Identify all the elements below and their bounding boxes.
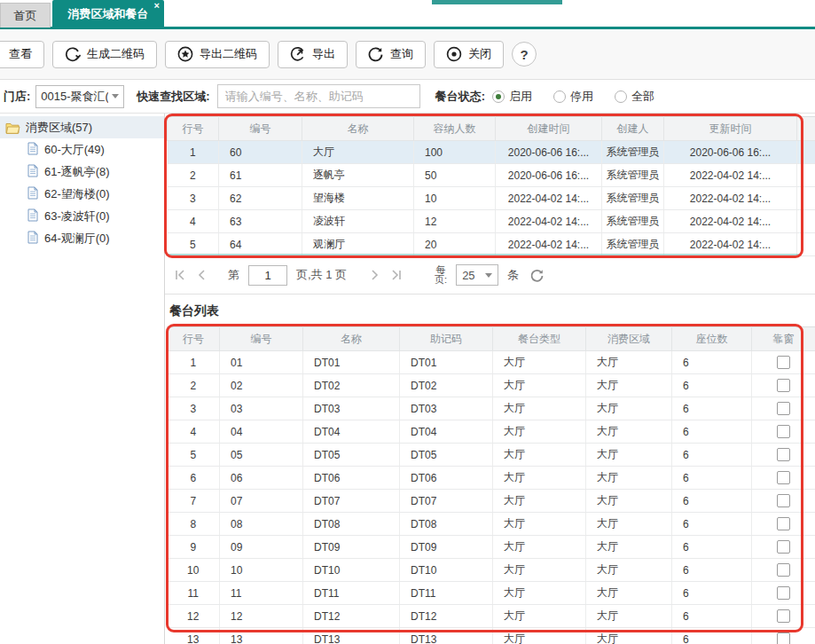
last-page-button[interactable] bbox=[389, 269, 403, 281]
table-cell: 大厅 bbox=[302, 141, 414, 164]
table-row[interactable]: 160大厅1002020-06-06 16:...系统管理员2020-06-06… bbox=[168, 141, 815, 164]
tab-consumption-area[interactable]: 消费区域和餐台× bbox=[52, 0, 164, 27]
table-row[interactable]: 463凌波轩122022-04-02 14:...系统管理员2022-04-02… bbox=[168, 210, 815, 233]
table-cell: 望海楼 bbox=[302, 187, 414, 210]
query-button[interactable]: 查询 bbox=[356, 41, 426, 68]
chevron-down-icon bbox=[485, 273, 492, 278]
table-row[interactable]: 606DT06DT06大厅大厅6 bbox=[168, 467, 815, 490]
table-cell: 9 bbox=[168, 536, 220, 559]
radio-button-icon bbox=[492, 90, 505, 103]
status-radio-2[interactable]: 全部 bbox=[615, 89, 654, 105]
column-header: 编号 bbox=[219, 117, 302, 141]
filter-bar: 门店: 0015-聚食汇( 快速查找区域: 餐台状态: 启用停用全部 bbox=[0, 80, 815, 114]
table-row[interactable]: 808DT08DT08大厅大厅6 bbox=[168, 513, 815, 536]
table-row[interactable]: 1212DT12DT12大厅大厅6 bbox=[168, 605, 815, 628]
table-cell-window bbox=[752, 605, 815, 628]
table-cell: 10 bbox=[220, 559, 303, 582]
table-row[interactable]: 1313DT13DT13大厅大厅6 bbox=[168, 628, 815, 644]
table-cell: 2022-04-02 14:... bbox=[664, 210, 797, 233]
window-checkbox[interactable] bbox=[777, 563, 790, 577]
table-row[interactable]: 1010DT10DT10大厅大厅6 bbox=[168, 559, 815, 582]
page-total-label: 页,共 1 页 bbox=[296, 267, 347, 283]
prev-page-button[interactable] bbox=[196, 269, 207, 281]
table-cell: 大厅 bbox=[586, 467, 672, 490]
page-number-input[interactable] bbox=[248, 265, 287, 286]
table-row[interactable]: 707DT07DT07大厅大厅6 bbox=[168, 490, 815, 513]
table-cell: 6 bbox=[672, 374, 752, 397]
per-page-select[interactable]: 25 bbox=[456, 264, 498, 286]
table-cell: DT13 bbox=[400, 628, 493, 644]
pager-refresh-button[interactable] bbox=[529, 268, 545, 283]
store-select[interactable]: 0015-聚食汇( bbox=[35, 85, 124, 108]
table-cell: 大厅 bbox=[586, 628, 672, 644]
generate-qrcode-button[interactable]: 生成二维码 bbox=[52, 41, 157, 68]
table-row[interactable]: 909DT09DT09大厅大厅6 bbox=[168, 536, 815, 559]
table-cell-window bbox=[752, 559, 815, 582]
window-checkbox[interactable] bbox=[777, 632, 790, 644]
tree-root-consumption-area[interactable]: 消费区域(57) bbox=[0, 116, 164, 138]
tab-label: 消费区域和餐台 bbox=[68, 6, 149, 22]
window-checkbox[interactable] bbox=[777, 540, 790, 554]
table-status-radio-group: 启用停用全部 bbox=[492, 89, 654, 105]
table-cell: 6 bbox=[672, 559, 752, 582]
table-cell: DT05 bbox=[303, 444, 400, 467]
table-cell: 大厅 bbox=[586, 397, 672, 420]
table-cell: 11 bbox=[168, 582, 220, 605]
document-icon bbox=[27, 142, 39, 158]
first-page-button[interactable] bbox=[174, 269, 187, 281]
table-cell: DT01 bbox=[400, 351, 493, 374]
table-cell: 大厅 bbox=[493, 582, 586, 605]
window-checkbox[interactable] bbox=[777, 586, 790, 600]
table-row[interactable]: 101DT01DT01大厅大厅6 bbox=[168, 351, 815, 374]
table-row[interactable]: 404DT04DT04大厅大厅6 bbox=[168, 420, 815, 444]
window-checkbox[interactable] bbox=[777, 448, 790, 461]
table-status-label: 餐台状态: bbox=[435, 89, 485, 105]
window-checkbox[interactable] bbox=[777, 494, 790, 507]
table-row[interactable]: 303DT03DT03大厅大厅6 bbox=[168, 397, 815, 420]
window-checkbox[interactable] bbox=[777, 517, 790, 530]
table-cell: 08 bbox=[220, 513, 303, 536]
tree-item-2[interactable]: 62-望海楼(0) bbox=[0, 183, 164, 205]
window-checkbox[interactable] bbox=[777, 356, 790, 369]
next-page-button[interactable] bbox=[370, 269, 380, 281]
export-qrcode-button[interactable]: 导出二维码 bbox=[165, 41, 270, 68]
table-cell: DT05 bbox=[400, 444, 493, 467]
table-cell: 2020-06-06 16:... bbox=[664, 141, 797, 164]
tab-home[interactable]: 首页 bbox=[0, 3, 51, 27]
export-icon bbox=[290, 46, 306, 62]
close-button[interactable]: 关闭 bbox=[434, 41, 504, 68]
table-row[interactable]: 505DT05DT05大厅大厅6 bbox=[168, 444, 815, 467]
table-row[interactable]: 261逐帆亭502020-06-06 16:...系统管理员2022-04-02… bbox=[168, 164, 815, 187]
table-cell: 大厅 bbox=[493, 605, 586, 628]
table-row[interactable]: 202DT02DT02大厅大厅6 bbox=[168, 374, 815, 397]
table-cell: DT02 bbox=[303, 374, 400, 397]
area-grid-scroll-accent bbox=[168, 254, 800, 255]
tab-close-icon[interactable]: × bbox=[154, 1, 160, 11]
table-row[interactable]: 1111DT11DT11大厅大厅6 bbox=[168, 582, 815, 605]
table-cell: 系统管理员 bbox=[602, 233, 664, 256]
window-checkbox[interactable] bbox=[777, 379, 790, 392]
table-row[interactable]: 362望海楼102022-04-02 14:...系统管理员2022-04-02… bbox=[168, 187, 815, 210]
view-button[interactable]: 查看 bbox=[0, 41, 44, 68]
table-cell: DT13 bbox=[303, 628, 400, 644]
table-cell: 系统管理员 bbox=[602, 210, 664, 233]
window-checkbox[interactable] bbox=[777, 402, 790, 415]
tree-item-3[interactable]: 63-凌波轩(0) bbox=[0, 205, 164, 227]
export-button[interactable]: 导出 bbox=[278, 41, 348, 68]
help-button[interactable]: ? bbox=[512, 42, 537, 67]
quick-search-input[interactable] bbox=[217, 84, 420, 108]
table-row[interactable]: 564观澜厅202022-04-02 14:...系统管理员2022-04-02… bbox=[168, 233, 815, 256]
tree-item-1[interactable]: 61-逐帆亭(8) bbox=[0, 161, 164, 183]
tree-item-0[interactable]: 60-大厅(49) bbox=[0, 138, 164, 161]
table-cell: 01 bbox=[220, 351, 303, 374]
window-checkbox[interactable] bbox=[777, 609, 790, 623]
status-radio-1[interactable]: 停用 bbox=[553, 89, 593, 105]
view-button-label: 查看 bbox=[9, 46, 32, 62]
tree-item-4[interactable]: 64-观澜厅(0) bbox=[0, 227, 164, 249]
window-checkbox[interactable] bbox=[777, 425, 790, 438]
status-radio-0[interactable]: 启用 bbox=[492, 89, 532, 105]
table-cell-window bbox=[752, 374, 815, 397]
table-cell: 6 bbox=[672, 420, 752, 444]
window-checkbox[interactable] bbox=[777, 471, 790, 484]
table-cell: 6 bbox=[672, 351, 752, 374]
